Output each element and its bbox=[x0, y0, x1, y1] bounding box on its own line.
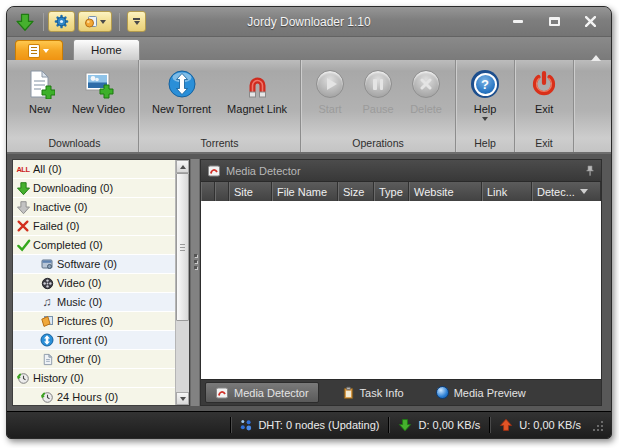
media-detector-table-body[interactable] bbox=[201, 201, 601, 379]
scrollbar-track[interactable] bbox=[176, 321, 189, 392]
download-speed: D: 0,00 KB/s bbox=[398, 418, 480, 432]
bottom-tab-strip: Media Detector Task Info Media Preview bbox=[201, 379, 601, 405]
ribbon-tab-row: Home bbox=[7, 37, 611, 60]
music-note-icon: ♫ bbox=[37, 297, 57, 307]
media-detector-panel: Media Detector Site File Name Size Type … bbox=[200, 159, 602, 406]
sidebar-splitter[interactable] bbox=[190, 159, 200, 406]
column-link[interactable]: Link bbox=[482, 182, 532, 201]
sidebar-item-24-hours[interactable]: 24 Hours (0) bbox=[13, 388, 175, 405]
table-header: Site File Name Size Type Website Link De… bbox=[201, 181, 601, 201]
tab-media-detector[interactable]: Media Detector bbox=[205, 382, 319, 403]
inactive-arrow-icon bbox=[13, 200, 33, 215]
sidebar-item-completed[interactable]: Completed (0) bbox=[13, 236, 175, 255]
dht-nodes-icon bbox=[240, 419, 252, 431]
dht-status: DHT: 0 nodes (Updating) bbox=[240, 419, 379, 431]
column-site[interactable]: Site bbox=[229, 182, 272, 201]
column-select[interactable] bbox=[215, 182, 229, 201]
sidebar-item-other[interactable]: Other (0) bbox=[13, 350, 175, 369]
button-label: New Torrent bbox=[152, 103, 211, 115]
close-icon bbox=[585, 16, 596, 27]
button-label: Magnet Link bbox=[227, 103, 287, 115]
pin-button[interactable] bbox=[585, 165, 595, 177]
triangle-up-icon bbox=[180, 165, 186, 169]
dropdown-arrow-icon bbox=[43, 49, 49, 53]
minimize-ribbon-button[interactable] bbox=[591, 38, 601, 56]
column-size[interactable]: Size bbox=[338, 182, 374, 201]
button-label: Help bbox=[474, 103, 497, 115]
play-icon bbox=[314, 68, 346, 100]
minimize-icon bbox=[513, 20, 523, 23]
check-icon bbox=[13, 238, 33, 253]
application-menu-button[interactable] bbox=[15, 40, 63, 60]
sidebar-item-music[interactable]: ♫ Music (0) bbox=[13, 293, 175, 312]
title-bar[interactable]: Jordy Downloader 1.10 bbox=[7, 7, 611, 37]
button-label: New bbox=[29, 103, 51, 115]
picture-icon bbox=[84, 15, 98, 29]
button-label: Start bbox=[318, 103, 341, 115]
close-button[interactable] bbox=[583, 15, 597, 29]
sidebar-item-torrent[interactable]: Torrent (0) bbox=[13, 331, 175, 350]
group-label-operations: Operations bbox=[301, 136, 455, 152]
maximize-icon bbox=[549, 17, 560, 26]
customize-toolbar-button[interactable] bbox=[127, 11, 146, 32]
sidebar-item-downloading[interactable]: Downloading (0) bbox=[13, 179, 175, 198]
magnet-link-button[interactable]: Magnet Link bbox=[220, 65, 294, 117]
help-button[interactable]: ? Help bbox=[462, 65, 508, 123]
divider bbox=[388, 417, 389, 433]
column-detected[interactable]: Detec... bbox=[532, 182, 601, 201]
ribbon-group-help: ? Help Help bbox=[456, 60, 515, 152]
browser-button[interactable] bbox=[78, 11, 112, 32]
settings-button[interactable] bbox=[48, 11, 75, 32]
divider bbox=[489, 417, 490, 433]
sidebar-item-video[interactable]: Video (0) bbox=[13, 274, 175, 293]
sidebar-scrollbar[interactable] bbox=[175, 160, 189, 405]
sidebar-item-history[interactable]: History (0) bbox=[13, 369, 175, 388]
panel-title: Media Detector bbox=[226, 165, 580, 177]
sort-descending-icon bbox=[580, 189, 588, 194]
column-status[interactable] bbox=[201, 182, 215, 201]
scroll-down-button[interactable] bbox=[176, 392, 189, 405]
task-info-icon bbox=[342, 386, 355, 400]
new-document-icon bbox=[24, 68, 56, 100]
group-label-downloads: Downloads bbox=[11, 136, 138, 152]
torrent-small-icon bbox=[37, 333, 57, 347]
download-arrow-icon bbox=[398, 418, 412, 432]
delete-button[interactable]: Delete bbox=[403, 65, 449, 117]
sidebar-item-failed[interactable]: Failed (0) bbox=[13, 217, 175, 236]
new-torrent-button[interactable]: New Torrent bbox=[145, 65, 218, 117]
torrent-icon bbox=[166, 68, 198, 100]
pictures-icon bbox=[37, 314, 57, 328]
scroll-up-button[interactable] bbox=[176, 160, 189, 173]
dropdown-arrow-icon bbox=[100, 20, 106, 24]
column-file-name[interactable]: File Name bbox=[272, 182, 338, 201]
sidebar-item-inactive[interactable]: Inactive (0) bbox=[13, 198, 175, 217]
new-button[interactable]: New bbox=[17, 65, 63, 117]
tab-media-preview[interactable]: Media Preview bbox=[427, 382, 535, 403]
start-button[interactable]: Start bbox=[307, 65, 353, 117]
resize-grip[interactable] bbox=[591, 419, 603, 431]
minimize-button[interactable] bbox=[511, 15, 525, 29]
tab-home[interactable]: Home bbox=[73, 39, 140, 60]
list-icon bbox=[29, 45, 39, 57]
new-video-button[interactable]: New Video bbox=[65, 65, 132, 117]
column-type[interactable]: Type bbox=[374, 182, 409, 201]
button-label: Pause bbox=[362, 103, 393, 115]
magnet-icon bbox=[241, 68, 273, 100]
sidebar-item-pictures[interactable]: Pictures (0) bbox=[13, 312, 175, 331]
exit-button[interactable]: Exit bbox=[521, 65, 567, 117]
column-website[interactable]: Website bbox=[409, 182, 482, 201]
sidebar-item-all[interactable]: ALL All (0) bbox=[13, 160, 175, 179]
media-preview-icon bbox=[436, 386, 449, 399]
sidebar-item-software[interactable]: Software (0) bbox=[13, 255, 175, 274]
media-detector-icon bbox=[215, 386, 229, 400]
panel-title-bar: Media Detector bbox=[201, 160, 601, 181]
category-list: ALL All (0) Downloading (0) Inactive (0) bbox=[13, 160, 175, 405]
history-clock-icon bbox=[13, 371, 33, 385]
tab-task-info[interactable]: Task Info bbox=[333, 382, 413, 403]
divider bbox=[43, 13, 44, 31]
upload-speed-text: U: 0,00 KB/s bbox=[519, 419, 581, 431]
button-label: New Video bbox=[72, 103, 125, 115]
scrollbar-thumb[interactable] bbox=[176, 173, 189, 321]
pause-button[interactable]: Pause bbox=[355, 65, 401, 117]
maximize-button[interactable] bbox=[547, 15, 561, 29]
